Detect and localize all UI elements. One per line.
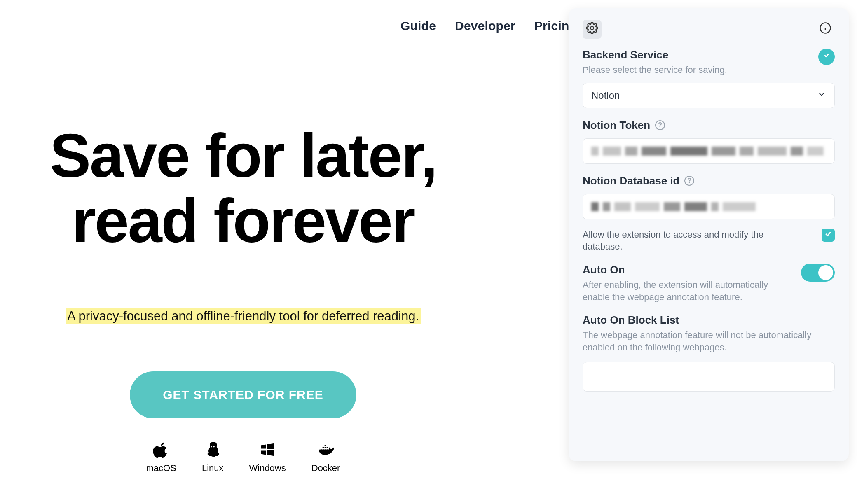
info-icon bbox=[819, 22, 831, 37]
platform-windows[interactable]: Windows bbox=[249, 441, 286, 474]
platform-label: Windows bbox=[249, 463, 286, 474]
hero-title: Save for later, read forever bbox=[0, 124, 486, 253]
docker-icon bbox=[317, 441, 335, 459]
platform-macos[interactable]: macOS bbox=[146, 441, 176, 474]
backend-service-value: Notion bbox=[591, 90, 620, 101]
platform-linux[interactable]: Linux bbox=[202, 441, 224, 474]
backend-service-title: Backend Service bbox=[583, 49, 727, 61]
platform-list: macOS Linux Windows Docker bbox=[0, 441, 486, 474]
get-started-button[interactable]: GET STARTED FOR FREE bbox=[130, 371, 356, 418]
windows-icon bbox=[258, 441, 276, 459]
auto-on-title: Auto On bbox=[583, 264, 780, 276]
help-icon[interactable]: ? bbox=[684, 176, 694, 186]
masked-token-value bbox=[591, 147, 826, 156]
allow-access-checkbox[interactable] bbox=[822, 229, 835, 242]
apple-icon bbox=[152, 441, 170, 459]
connection-status-badge bbox=[818, 49, 835, 65]
masked-database-value bbox=[591, 202, 826, 211]
notion-token-input[interactable] bbox=[583, 138, 835, 164]
gear-icon bbox=[586, 22, 598, 37]
backend-service-desc: Please select the service for saving. bbox=[583, 64, 727, 76]
help-icon[interactable]: ? bbox=[655, 120, 665, 130]
hero: Save for later, read forever A privacy-f… bbox=[0, 124, 486, 474]
top-nav: Guide Developer Pricing bbox=[0, 19, 577, 33]
auto-on-desc: After enabling, the extension will autom… bbox=[583, 279, 780, 303]
notion-database-input[interactable] bbox=[583, 194, 835, 219]
check-icon bbox=[824, 230, 832, 240]
nav-link-guide[interactable]: Guide bbox=[400, 19, 436, 33]
backend-service-select[interactable]: Notion bbox=[583, 83, 835, 108]
auto-on-toggle[interactable] bbox=[801, 264, 835, 282]
notion-database-title: Notion Database id bbox=[583, 175, 679, 187]
platform-docker[interactable]: Docker bbox=[311, 441, 340, 474]
plug-check-icon bbox=[822, 51, 831, 63]
allow-access-label: Allow the extension to access and modify… bbox=[583, 229, 797, 253]
hero-tagline: A privacy-focused and offline-friendly t… bbox=[66, 308, 421, 324]
platform-label: Linux bbox=[202, 463, 224, 474]
platform-label: macOS bbox=[146, 463, 176, 474]
info-button[interactable] bbox=[816, 20, 835, 39]
hero-title-line1: Save for later, bbox=[50, 121, 437, 190]
hero-title-line2: read forever bbox=[72, 186, 414, 255]
chevron-down-icon bbox=[817, 90, 826, 101]
linux-icon bbox=[204, 441, 222, 459]
settings-tab-button[interactable] bbox=[583, 20, 602, 39]
platform-label: Docker bbox=[311, 463, 340, 474]
block-list-input[interactable] bbox=[583, 362, 835, 392]
svg-point-0 bbox=[590, 26, 594, 30]
notion-token-title: Notion Token bbox=[583, 119, 650, 132]
toggle-knob bbox=[818, 265, 833, 280]
nav-link-developer[interactable]: Developer bbox=[455, 19, 515, 33]
block-list-title: Auto On Block List bbox=[583, 314, 835, 327]
block-list-desc: The webpage annotation feature will not … bbox=[583, 329, 835, 353]
extension-settings-panel: Backend Service Please select the servic… bbox=[569, 8, 849, 461]
